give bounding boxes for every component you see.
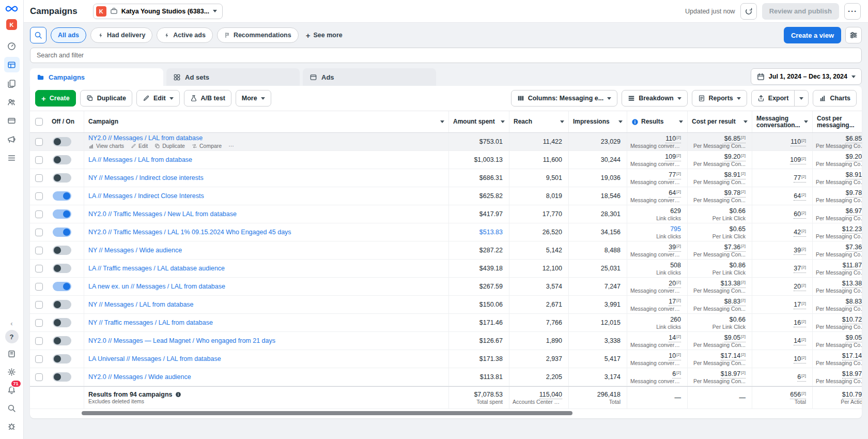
- campaign-toggle[interactable]: [53, 336, 71, 345]
- row-checkbox[interactable]: [35, 210, 43, 218]
- collapse-rail-icon[interactable]: ‹: [10, 320, 12, 327]
- ab-test-button[interactable]: A/B test: [184, 90, 231, 107]
- account-selector[interactable]: K Katya Young Studios (6383...: [93, 4, 223, 19]
- more-actions[interactable]: ···: [228, 143, 234, 149]
- columns-button[interactable]: Columns: Messaging e...: [511, 90, 618, 107]
- notifications-icon[interactable]: 71: [4, 382, 20, 398]
- tab-ad-sets[interactable]: Ad sets: [166, 68, 300, 86]
- campaign-link[interactable]: NY // Traffic messages / LAL from databa…: [88, 319, 213, 326]
- view-charts-action[interactable]: View charts: [88, 143, 124, 149]
- row-checkbox[interactable]: [35, 156, 43, 164]
- sort-caret-icon[interactable]: [618, 120, 623, 123]
- filter-all-ads[interactable]: All ads: [51, 27, 86, 43]
- campaign-toggle[interactable]: [53, 137, 71, 146]
- campaign-toggle[interactable]: [53, 191, 71, 201]
- refresh-button[interactable]: [740, 3, 757, 20]
- review-publish-button[interactable]: Review and publish: [762, 3, 839, 20]
- campaign-link[interactable]: NY2.0 // Traffic Messages / LAL 1% 09.15…: [88, 229, 291, 236]
- row-checkbox[interactable]: [35, 319, 43, 327]
- search-nav-icon[interactable]: [4, 400, 20, 416]
- column-header-impressions[interactable]: Impressions: [568, 111, 627, 132]
- table-row[interactable]: LA // Messages / Indirect Close Interest…: [30, 187, 862, 205]
- table-row[interactable]: LA Universal // Messages / LAL from data…: [30, 350, 862, 368]
- campaign-link[interactable]: NY2.0 // Messages — Lead Magnet / Who en…: [88, 337, 275, 344]
- row-checkbox[interactable]: [35, 229, 43, 236]
- sort-caret-icon[interactable]: [560, 120, 564, 123]
- more-options-button[interactable]: ···: [844, 3, 861, 20]
- row-checkbox[interactable]: [35, 265, 43, 273]
- filter-active-ads[interactable]: Active ads: [157, 27, 213, 43]
- row-checkbox[interactable]: [35, 355, 43, 363]
- sort-caret-icon[interactable]: [743, 120, 748, 123]
- nav-advertise-icon[interactable]: [4, 131, 20, 147]
- edit-button[interactable]: Edit: [136, 90, 180, 107]
- select-all-checkbox[interactable]: [35, 118, 43, 126]
- horizontal-scrollbar-thumb[interactable]: [82, 411, 572, 415]
- campaign-toggle[interactable]: [53, 372, 71, 382]
- row-checkbox[interactable]: [35, 283, 43, 291]
- info-icon[interactable]: [175, 391, 181, 398]
- sort-caret-icon[interactable]: [440, 120, 444, 123]
- sort-caret-icon[interactable]: [679, 120, 683, 123]
- campaign-toggle[interactable]: [53, 318, 71, 327]
- date-range-picker[interactable]: Jul 1, 2024 – Dec 13, 2024: [751, 68, 862, 85]
- settings-icon[interactable]: [4, 364, 20, 380]
- search-and-filter-input[interactable]: [30, 48, 862, 63]
- nav-billing-icon[interactable]: [4, 113, 20, 128]
- table-row[interactable]: NY2.0 // Messages — Lead Magnet / Who en…: [30, 332, 862, 350]
- rail-account-avatar[interactable]: K: [6, 19, 17, 30]
- nav-account-overview-icon[interactable]: [4, 38, 20, 54]
- reports-button[interactable]: Reports: [692, 90, 747, 107]
- column-header-messaging-conversations[interactable]: Messaging conversation...: [752, 111, 812, 132]
- campaign-toggle[interactable]: [53, 228, 71, 237]
- view-settings-button[interactable]: [845, 27, 862, 43]
- campaign-link[interactable]: LA new ex. un // Messages / LAL from dat…: [88, 283, 225, 290]
- campaign-toggle[interactable]: [53, 155, 71, 164]
- export-button[interactable]: Export: [752, 90, 795, 106]
- charts-button[interactable]: Charts: [813, 90, 857, 107]
- compare-action[interactable]: Compare: [192, 143, 222, 149]
- sort-caret-icon[interactable]: [501, 120, 505, 123]
- nav-audiences-icon[interactable]: [4, 94, 20, 110]
- row-checkbox[interactable]: [35, 337, 43, 345]
- row-checkbox[interactable]: [35, 174, 43, 182]
- campaign-link[interactable]: LA // Traffic messages / LAL database au…: [88, 265, 225, 272]
- table-row[interactable]: NY2.0 // Traffic Messages / LAL 1% 09.15…: [30, 223, 862, 241]
- guide-icon[interactable]: [4, 346, 20, 361]
- table-row[interactable]: NY // Messages / Indirect close interest…: [30, 169, 862, 187]
- column-header-reach[interactable]: Reach: [509, 111, 568, 132]
- campaign-link[interactable]: LA Universal // Messages / LAL from data…: [88, 355, 221, 362]
- campaign-toggle[interactable]: [53, 300, 71, 309]
- campaign-toggle[interactable]: [53, 282, 71, 291]
- sort-caret-icon[interactable]: [804, 120, 808, 123]
- table-row[interactable]: NY2.0 // Messages / Wide audience$113.81…: [30, 368, 862, 386]
- campaign-link[interactable]: NY2.0 // Messages / Wide audience: [88, 373, 191, 381]
- search-toggle-button[interactable]: [30, 27, 47, 43]
- campaign-link[interactable]: NY // Messages / LAL from database: [88, 301, 194, 308]
- duplicate-action[interactable]: Duplicate: [154, 143, 185, 149]
- campaign-toggle[interactable]: [53, 264, 71, 273]
- campaign-link[interactable]: NY2.0 // Messages / LAL from database: [88, 134, 203, 142]
- campaign-toggle[interactable]: [53, 173, 71, 183]
- table-row[interactable]: NY // Messages / Wide audience$287.225,1…: [30, 241, 862, 260]
- tab-campaigns[interactable]: Campaigns: [30, 68, 163, 86]
- edit-action[interactable]: Edit: [131, 143, 148, 149]
- campaign-link[interactable]: LA // Messages / LAL from database: [88, 156, 192, 163]
- row-checkbox[interactable]: [35, 301, 43, 309]
- row-checkbox[interactable]: [35, 247, 43, 254]
- campaign-link[interactable]: LA // Messages / Indirect Close Interest…: [88, 192, 204, 200]
- filter-had-delivery[interactable]: Had delivery: [90, 27, 152, 43]
- column-header-amount-spent[interactable]: Amount spent: [448, 111, 509, 132]
- table-row[interactable]: NY2.0 // Traffic Messages / New LAL from…: [30, 205, 862, 223]
- campaign-toggle[interactable]: [53, 354, 71, 364]
- breakdown-button[interactable]: Breakdown: [622, 90, 687, 107]
- column-header-cost-per-result[interactable]: Cost per result: [687, 111, 752, 132]
- campaign-toggle[interactable]: [53, 246, 71, 255]
- export-options-button[interactable]: [794, 90, 808, 106]
- column-header-results[interactable]: Results: [627, 111, 687, 132]
- row-checkbox[interactable]: [35, 192, 43, 200]
- column-header-cost-per-messaging[interactable]: Cost per messaging...: [812, 111, 862, 132]
- help-button[interactable]: ?: [5, 330, 19, 343]
- duplicate-button[interactable]: Duplicate: [80, 90, 132, 107]
- table-row[interactable]: NY2.0 // Messages / LAL from databaseVie…: [30, 133, 862, 151]
